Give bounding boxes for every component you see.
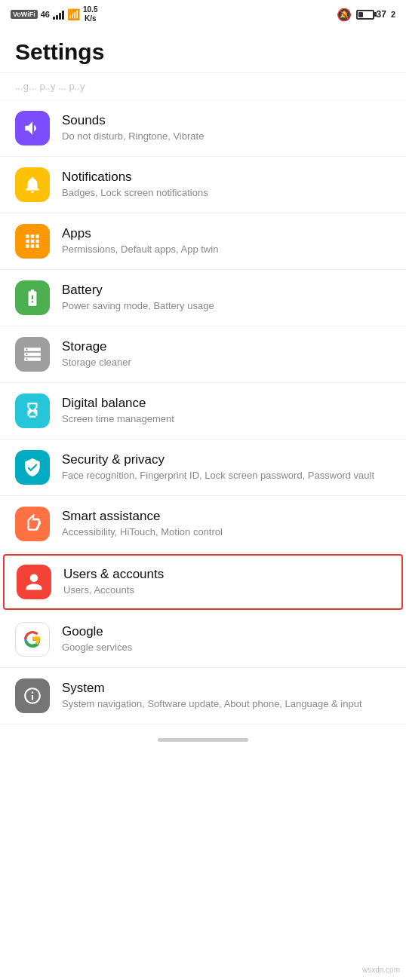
settings-item-security-privacy[interactable]: Security & privacy Face recognition, Fin… xyxy=(0,439,406,496)
google-icon-wrapper xyxy=(15,622,50,657)
battery-title: Battery xyxy=(62,283,391,298)
settings-item-smart-assistance[interactable]: Smart assistance Accessibility, HiTouch,… xyxy=(0,496,406,553)
signal-bars xyxy=(53,9,64,20)
system-subtitle: System navigation, Software update, Abou… xyxy=(62,697,391,711)
system-text: System System navigation, Software updat… xyxy=(62,681,391,711)
battery-subtitle: Power saving mode, Battery usage xyxy=(62,299,391,313)
settings-item-notifications[interactable]: Notifications Badges, Lock screen notifi… xyxy=(0,157,406,213)
system-icon-wrapper xyxy=(15,678,50,713)
apps-icon xyxy=(23,231,42,251)
smart-assistance-icon-wrapper xyxy=(15,507,50,541)
wifi-icon: 📶 xyxy=(67,8,80,20)
battery-icon xyxy=(356,10,374,20)
status-left: VoWiFi 46 📶 10.5 K/s xyxy=(11,5,97,23)
security-icon-wrapper xyxy=(15,450,50,485)
hand-icon xyxy=(23,514,42,534)
battery-settings-icon xyxy=(23,288,42,308)
storage-subtitle: Storage cleaner xyxy=(62,356,391,369)
storage-text: Storage Storage cleaner xyxy=(62,339,391,369)
sounds-title: Sounds xyxy=(62,113,391,128)
system-title: System xyxy=(62,681,391,696)
shield-icon xyxy=(23,458,42,477)
smart-assistance-subtitle: Accessibility, HiTouch, Motion control xyxy=(62,525,391,539)
status-bar: VoWiFi 46 📶 10.5 K/s 🔕 37 2 xyxy=(0,0,406,27)
settings-item-sounds[interactable]: Sounds Do not disturb, Ringtone, Vibrate xyxy=(0,100,406,157)
google-text: Google Google services xyxy=(62,624,391,654)
bell-icon xyxy=(23,175,42,194)
page-title: Settings xyxy=(15,39,391,65)
users-accounts-subtitle: Users, Accounts xyxy=(63,583,389,597)
speed-display: 10.5 K/s xyxy=(83,5,97,23)
home-indicator xyxy=(158,738,248,742)
storage-icon xyxy=(23,345,42,364)
bell-icon: 🔕 xyxy=(337,8,352,22)
digital-balance-icon-wrapper xyxy=(15,394,50,428)
users-accounts-title: Users & accounts xyxy=(63,567,389,582)
digital-balance-text: Digital balance Screen time management xyxy=(62,396,391,426)
users-icon-wrapper xyxy=(17,565,51,599)
sounds-subtitle: Do not disturb, Ringtone, Vibrate xyxy=(62,130,391,143)
battery-percent: 37 xyxy=(377,9,386,20)
smart-assistance-text: Smart assistance Accessibility, HiTouch,… xyxy=(62,509,391,539)
signal-count: 2 xyxy=(391,10,395,19)
sounds-icon-wrapper xyxy=(15,111,50,145)
notifications-title: Notifications xyxy=(62,170,391,185)
notifications-icon-wrapper xyxy=(15,167,50,202)
security-subtitle: Face recognition, Fingerprint ID, Lock s… xyxy=(62,469,391,482)
security-text: Security & privacy Face recognition, Fin… xyxy=(62,452,391,482)
page-header: Settings xyxy=(0,27,406,73)
status-right: 🔕 37 2 xyxy=(337,8,395,22)
battery-container: 37 xyxy=(356,9,386,20)
hourglass-icon xyxy=(23,401,42,421)
settings-item-system[interactable]: System System navigation, Software updat… xyxy=(0,668,406,724)
info-icon xyxy=(23,686,42,706)
settings-item-battery[interactable]: Battery Power saving mode, Battery usage xyxy=(0,270,406,326)
google-subtitle: Google services xyxy=(62,641,391,654)
google-title: Google xyxy=(62,624,391,639)
vowifi-badge: VoWiFi xyxy=(11,10,38,19)
apps-text: Apps Permissions, Default apps, App twin xyxy=(62,226,391,256)
settings-item-users-accounts[interactable]: Users & accounts Users, Accounts xyxy=(3,554,403,610)
settings-item-google[interactable]: Google Google services xyxy=(0,611,406,668)
settings-item-apps[interactable]: Apps Permissions, Default apps, App twin xyxy=(0,213,406,270)
sounds-text: Sounds Do not disturb, Ringtone, Vibrate xyxy=(62,113,391,143)
bottom-area xyxy=(0,724,406,757)
storage-title: Storage xyxy=(62,339,391,354)
smart-assistance-title: Smart assistance xyxy=(62,509,391,524)
signal-type: 46 xyxy=(41,10,50,19)
storage-icon-wrapper xyxy=(15,337,50,372)
volume-icon xyxy=(23,118,42,138)
google-icon xyxy=(23,629,42,649)
security-title: Security & privacy xyxy=(62,452,391,467)
digital-balance-title: Digital balance xyxy=(62,396,391,411)
watermark: wsxdn.com xyxy=(362,966,400,974)
settings-item-storage[interactable]: Storage Storage cleaner xyxy=(0,326,406,383)
apps-subtitle: Permissions, Default apps, App twin xyxy=(62,243,391,256)
apps-icon-wrapper xyxy=(15,224,50,259)
notifications-subtitle: Badges, Lock screen notifications xyxy=(62,186,391,200)
battery-icon-wrapper xyxy=(15,280,50,315)
apps-title: Apps xyxy=(62,226,391,241)
users-accounts-text: Users & accounts Users, Accounts xyxy=(63,567,389,597)
partial-item: ...g... p..y ... p..y xyxy=(0,73,406,100)
settings-item-digital-balance[interactable]: Digital balance Screen time management xyxy=(0,383,406,439)
battery-fill xyxy=(358,12,364,17)
digital-balance-subtitle: Screen time management xyxy=(62,412,391,426)
settings-list: Sounds Do not disturb, Ringtone, Vibrate… xyxy=(0,100,406,724)
person-icon xyxy=(24,572,44,592)
notifications-text: Notifications Badges, Lock screen notifi… xyxy=(62,170,391,200)
battery-text: Battery Power saving mode, Battery usage xyxy=(62,283,391,313)
